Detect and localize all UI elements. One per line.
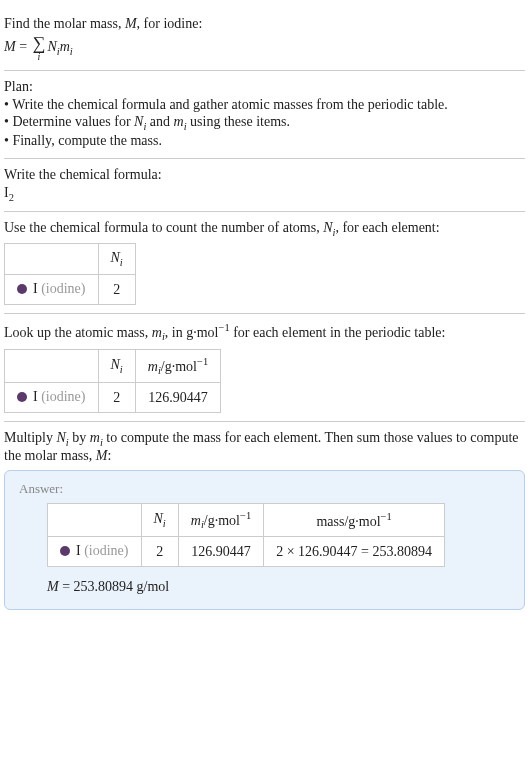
n-header: Ni — [98, 349, 135, 382]
molar-mass-result: M = 253.80894 g/mol — [47, 579, 510, 595]
mass-value: 2 × 126.90447 = 253.80894 — [264, 537, 445, 567]
m-value: 126.90447 — [135, 383, 220, 413]
table-header-row: Ni mi/g·mol−1 mass/g·mol−1 — [48, 503, 445, 536]
element-cell: I (iodine) — [48, 537, 142, 567]
atom-count-section: Use the chemical formula to count the nu… — [4, 212, 525, 315]
intro-text: Find the molar mass, — [4, 16, 125, 31]
atom-count-heading: Use the chemical formula to count the nu… — [4, 220, 525, 238]
n-value: 2 — [98, 383, 135, 413]
plan-section: Plan: • Write the chemical formula and g… — [4, 71, 525, 159]
plan-item-1: • Write the chemical formula and gather … — [4, 97, 525, 113]
chemical-formula: I2 — [4, 185, 525, 203]
formula-n: N — [47, 39, 56, 54]
compute-section: Multiply Ni by mi to compute the mass fo… — [4, 422, 525, 618]
table-row: I (iodine) 2 — [5, 275, 136, 305]
atomic-mass-heading: Look up the atomic mass, mi, in g·mol−1 … — [4, 322, 525, 342]
element-dot-icon — [17, 392, 27, 402]
answer-label: Answer: — [19, 481, 510, 497]
intro-var-m: M — [125, 16, 137, 31]
m-value: 126.90447 — [178, 537, 263, 567]
chemical-formula-heading: Write the chemical formula: — [4, 167, 525, 183]
chemical-formula-section: Write the chemical formula: I2 — [4, 159, 525, 212]
mass-header: mass/g·mol−1 — [264, 503, 445, 536]
plan-item-3: • Finally, compute the mass. — [4, 133, 525, 149]
answer-content: Ni mi/g·mol−1 mass/g·mol−1 I (iodine) 2 … — [19, 503, 510, 595]
summation-icon: ∑i — [33, 34, 46, 62]
atomic-mass-table: Ni mi/g·mol−1 I (iodine) 2 126.90447 — [4, 349, 221, 413]
n-header: Ni — [98, 244, 135, 275]
element-dot-icon — [60, 546, 70, 556]
table-row: I (iodine) 2 126.90447 2 × 126.90447 = 2… — [48, 537, 445, 567]
n-value: 2 — [141, 537, 178, 567]
m-header: mi/g·mol−1 — [178, 503, 263, 536]
formula-eq: = — [16, 39, 31, 54]
table-row: I (iodine) 2 126.90447 — [5, 383, 221, 413]
atomic-mass-section: Look up the atomic mass, mi, in g·mol−1 … — [4, 314, 525, 422]
table-header-row: Ni — [5, 244, 136, 275]
table-header-row: Ni mi/g·mol−1 — [5, 349, 221, 382]
empty-header — [5, 244, 99, 275]
formula-m: m — [60, 39, 70, 54]
plan-list: • Write the chemical formula and gather … — [4, 97, 525, 149]
multiply-heading: Multiply Ni by mi to compute the mass fo… — [4, 430, 525, 464]
molar-mass-formula: M = ∑iNimi — [4, 34, 525, 62]
intro-line: Find the molar mass, M, for iodine: — [4, 16, 525, 32]
n-value: 2 — [98, 275, 135, 305]
formula-lhs: M — [4, 39, 16, 54]
element-cell: I (iodine) — [5, 275, 99, 305]
formula-m-sub: i — [70, 46, 73, 57]
empty-header — [48, 503, 142, 536]
intro-section: Find the molar mass, M, for iodine: M = … — [4, 8, 525, 71]
plan-heading: Plan: — [4, 79, 525, 95]
answer-box: Answer: Ni mi/g·mol−1 mass/g·mol−1 I (io… — [4, 470, 525, 610]
plan-item-2: • Determine values for Ni and mi using t… — [4, 114, 525, 132]
m-header: mi/g·mol−1 — [135, 349, 220, 382]
element-cell: I (iodine) — [5, 383, 99, 413]
answer-table: Ni mi/g·mol−1 mass/g·mol−1 I (iodine) 2 … — [47, 503, 445, 567]
intro-suffix: , for iodine: — [137, 16, 203, 31]
empty-header — [5, 349, 99, 382]
element-subscript: 2 — [9, 192, 14, 203]
n-header: Ni — [141, 503, 178, 536]
atom-count-table: Ni I (iodine) 2 — [4, 243, 136, 305]
element-dot-icon — [17, 284, 27, 294]
